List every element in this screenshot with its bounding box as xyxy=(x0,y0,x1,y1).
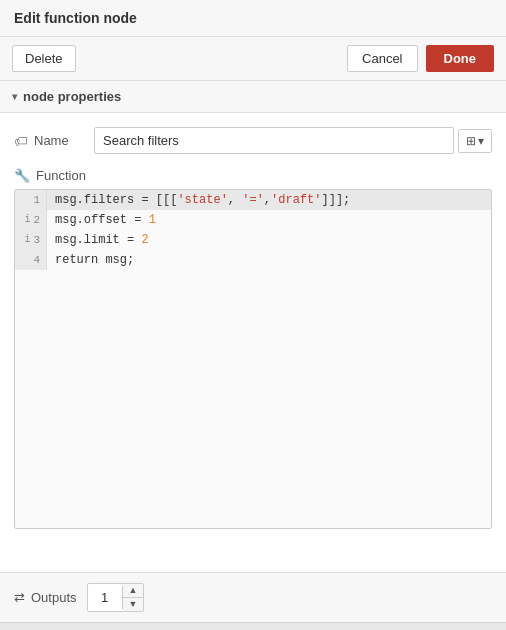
code-lines: 1 msg.filters = [[['state', '=','draft']… xyxy=(15,190,491,270)
dropdown-arrow-icon: ▾ xyxy=(478,134,484,148)
line-content-2: msg.offset = 1 xyxy=(47,210,491,230)
gutter-3: i 3 xyxy=(15,230,47,250)
edit-function-panel: Edit function node Delete Cancel Done ▾ … xyxy=(0,0,506,630)
gutter-4: 4 xyxy=(15,250,47,270)
function-label-text: Function xyxy=(36,168,86,183)
code-line-4: 4 return msg; xyxy=(15,250,491,270)
outputs-label: ⇄ Outputs xyxy=(14,590,77,605)
code-line-1: 1 msg.filters = [[['state', '=','draft']… xyxy=(15,190,491,210)
code-editor[interactable]: 1 msg.filters = [[['state', '=','draft']… xyxy=(14,189,492,529)
gutter-2: i 2 xyxy=(15,210,47,230)
cancel-button[interactable]: Cancel xyxy=(347,45,417,72)
function-label-row: 🔧 Function xyxy=(14,168,492,183)
outputs-decrement-button[interactable]: ▼ xyxy=(123,598,144,611)
outputs-label-text: Outputs xyxy=(31,590,77,605)
name-label: 🏷 Name xyxy=(14,133,84,149)
panel-header: Edit function node xyxy=(0,0,506,37)
delete-button[interactable]: Delete xyxy=(12,45,76,72)
line-content-4: return msg; xyxy=(47,250,491,270)
name-field-row: 🏷 Name ⊞ ▾ xyxy=(14,127,492,154)
name-input-wrap: ⊞ ▾ xyxy=(94,127,492,154)
outputs-stepper: 1 ▲ ▼ xyxy=(87,583,145,612)
panel-title: Edit function node xyxy=(14,10,137,26)
wrench-icon: 🔧 xyxy=(14,168,30,183)
outputs-icon: ⇄ xyxy=(14,590,25,605)
code-line-3: i 3 msg.limit = 2 xyxy=(15,230,491,250)
toolbar-right: Cancel Done xyxy=(347,45,494,72)
tag-icon: 🏷 xyxy=(14,133,28,149)
section-label: node properties xyxy=(23,89,121,104)
section-header: ▾ node properties xyxy=(0,81,506,113)
name-options-button[interactable]: ⊞ ▾ xyxy=(458,129,492,153)
code-line-2: i 2 msg.offset = 1 xyxy=(15,210,491,230)
grid-icon: ⊞ xyxy=(466,134,476,148)
line-content-3: msg.limit = 2 xyxy=(47,230,491,250)
gutter-1: 1 xyxy=(15,190,47,210)
chevron-icon: ▾ xyxy=(12,91,17,102)
outputs-value: 1 xyxy=(88,586,123,609)
outputs-row: ⇄ Outputs 1 ▲ ▼ xyxy=(0,572,506,622)
stepper-buttons: ▲ ▼ xyxy=(123,584,144,611)
name-input[interactable] xyxy=(94,127,454,154)
bottom-strip xyxy=(0,622,506,630)
outputs-increment-button[interactable]: ▲ xyxy=(123,584,144,598)
done-button[interactable]: Done xyxy=(426,45,495,72)
content-area: 🏷 Name ⊞ ▾ 🔧 Function 1 xyxy=(0,113,506,572)
name-label-text: Name xyxy=(34,133,69,148)
toolbar: Delete Cancel Done xyxy=(0,37,506,81)
line-content-1: msg.filters = [[['state', '=','draft']]]… xyxy=(47,190,491,210)
